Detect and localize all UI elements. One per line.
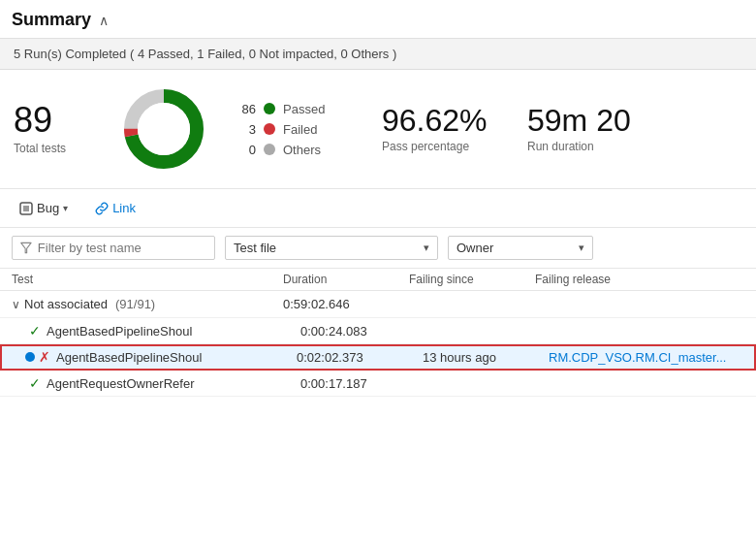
bug-dropdown-icon[interactable]: ▾ <box>63 203 68 213</box>
link-icon <box>95 202 109 215</box>
test-file-arrow: ▾ <box>424 242 429 254</box>
table-row[interactable]: ✓ AgentRequestOwnerRefer 0:00:17.187 <box>0 371 756 397</box>
table-row[interactable]: ✗ AgentBasedPipelineShoul 0:02:02.373 13… <box>0 344 756 371</box>
svg-marker-8 <box>21 242 31 252</box>
bug-label: Bug <box>37 201 59 215</box>
col-failing-since: Failing since <box>409 273 535 286</box>
others-label: Others <box>283 143 321 157</box>
summary-banner: 5 Run(s) Completed ( 4 Passed, 1 Failed,… <box>0 39 756 70</box>
total-tests-number: 89 <box>14 103 91 138</box>
legend-passed: 86 Passed <box>236 102 353 116</box>
passed-count: 86 <box>236 102 256 116</box>
others-count: 0 <box>236 143 256 157</box>
test-file-label: Test file <box>234 241 276 255</box>
failing-release-cell[interactable]: RM.CDP_VSO.RM.CI_master... <box>549 350 756 365</box>
owner-dropdown[interactable]: Owner ▾ <box>448 236 593 260</box>
duration-cell: 0:00:17.187 <box>300 376 426 391</box>
col-duration: Duration <box>283 273 409 286</box>
test-file-dropdown[interactable]: Test file ▾ <box>225 236 438 260</box>
pass-icon: ✓ <box>29 375 41 391</box>
test-name-cell: ✗ AgentBasedPipelineShoul <box>25 349 297 365</box>
page-header: Summary ∧ <box>0 0 756 39</box>
group-chevron: ∨ <box>12 298 20 311</box>
filter-input-wrap[interactable] <box>12 236 215 260</box>
legend-others: 0 Others <box>236 143 353 157</box>
table-row[interactable]: ✓ AgentBasedPipelineShoul 0:00:24.083 <box>0 318 756 344</box>
total-tests-label: Total tests <box>14 142 91 155</box>
passed-label: Passed <box>283 102 325 116</box>
col-failing-release: Failing release <box>535 273 748 286</box>
stats-row: 89 Total tests 86 Passed 3 Failed <box>0 70 756 189</box>
failed-dot <box>264 123 275 135</box>
group-row[interactable]: ∨ Not associated (91/91) 0:59:02.646 <box>0 291 756 318</box>
link-label: Link <box>112 201 136 215</box>
link-button[interactable]: Link <box>87 197 143 219</box>
group-count: (91/91) <box>115 297 155 311</box>
table-body: ∨ Not associated (91/91) 0:59:02.646 ✓ A… <box>0 291 756 397</box>
col-test: Test <box>12 273 283 286</box>
pass-pct-number: 96.62% <box>382 105 498 136</box>
test-name-text: AgentBasedPipelineShoul <box>47 324 192 339</box>
run-duration-number: 59m 20 <box>527 105 631 136</box>
page-title: Summary <box>12 10 91 30</box>
failed-label: Failed <box>283 122 317 137</box>
collapse-icon[interactable]: ∧ <box>99 13 109 28</box>
chart-legend: 86 Passed 3 Failed 0 Others <box>236 102 353 157</box>
bug-icon <box>19 202 33 215</box>
owner-label: Owner <box>457 241 493 255</box>
test-name-text: AgentRequestOwnerRefer <box>47 376 194 391</box>
table-header: Test Duration Failing since Failing rele… <box>0 269 756 291</box>
svg-point-3 <box>138 103 190 155</box>
pass-percentage: 96.62% Pass percentage <box>382 105 498 153</box>
group-name: Not associated <box>24 297 108 311</box>
failing-since-cell: 13 hours ago <box>423 350 549 365</box>
total-tests: 89 Total tests <box>14 103 91 155</box>
legend-failed: 3 Failed <box>236 122 353 137</box>
bug-button[interactable]: Bug ▾ <box>12 197 76 219</box>
duration-cell: 0:00:24.083 <box>300 324 426 339</box>
group-duration: 0:59:02.646 <box>283 297 409 311</box>
test-name-cell: ✓ AgentBasedPipelineShoul <box>29 323 300 339</box>
pass-pct-label: Pass percentage <box>382 140 498 153</box>
failing-release-link[interactable]: RM.CDP_VSO.RM.CI_master... <box>549 350 726 365</box>
donut-chart <box>120 85 207 173</box>
test-name-cell: ✓ AgentRequestOwnerRefer <box>29 375 300 391</box>
filter-input[interactable] <box>38 241 206 255</box>
fail-icon: ✗ <box>39 349 50 365</box>
filter-row: Test file ▾ Owner ▾ <box>0 228 756 269</box>
test-name-text: AgentBasedPipelineShoul <box>56 350 202 365</box>
toolbar: Bug ▾ Link <box>0 189 756 228</box>
filter-icon <box>20 242 32 254</box>
failed-count: 3 <box>236 122 256 137</box>
others-dot <box>264 144 275 155</box>
run-duration-label: Run duration <box>527 140 631 153</box>
run-duration: 59m 20 Run duration <box>527 105 631 153</box>
duration-cell: 0:02:02.373 <box>297 350 423 365</box>
group-toggle[interactable]: ∨ Not associated (91/91) <box>12 297 283 311</box>
owner-arrow: ▾ <box>579 242 584 254</box>
passed-dot <box>264 103 275 114</box>
donut-svg <box>120 85 207 173</box>
blue-dot-indicator <box>25 352 35 362</box>
pass-icon: ✓ <box>29 323 41 339</box>
